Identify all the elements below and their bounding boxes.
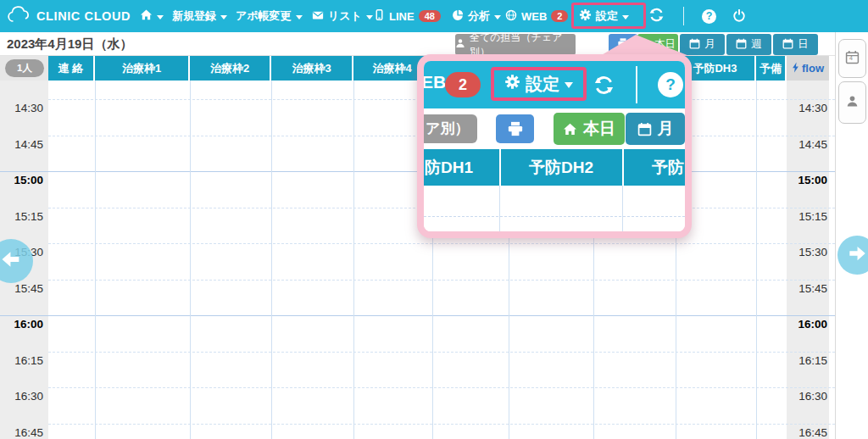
time-label: 14:30 — [0, 101, 43, 116]
pie-chart-icon — [452, 9, 464, 24]
time-label: 16:30 — [0, 389, 43, 404]
help-icon: ? — [702, 9, 716, 24]
home-icon — [140, 8, 153, 24]
callout-header-dh1: 防DH1 — [425, 149, 473, 186]
nav-line-menu[interactable]: LINE 48 — [374, 0, 441, 32]
envelope-icon — [312, 9, 324, 24]
brand-name: CLINIC CLOUD — [36, 9, 131, 23]
refresh-icon — [649, 8, 664, 25]
column-header-contact: 連 絡 — [48, 56, 95, 81]
chevron-down-icon — [565, 82, 573, 88]
nav-web-label: WEB — [521, 10, 547, 23]
callout-grid-strip — [424, 186, 685, 231]
toolbar-row: 2023年4月19日（水） 全ての担当（チェア別） 本日 月 週 日 — [0, 32, 868, 56]
refresh-icon — [594, 75, 614, 98]
time-label: 14:45 — [0, 137, 43, 153]
nav-register-menu[interactable]: 新規登録 — [172, 0, 227, 32]
nav-line-label: LINE — [389, 10, 415, 23]
chevron-down-icon — [157, 15, 164, 19]
cloud-logo-icon — [7, 6, 32, 26]
help-icon: ? — [658, 72, 683, 97]
callout-today-label: 本日 — [583, 118, 615, 140]
person-icon — [846, 95, 859, 111]
chevron-down-icon — [622, 15, 629, 19]
person-icon — [455, 38, 465, 51]
flow-label: flow — [802, 62, 824, 75]
grid-line — [0, 315, 835, 316]
time-label: 15:15 — [0, 209, 43, 225]
grid-line — [48, 387, 835, 388]
logout-button[interactable] — [732, 0, 746, 32]
week-label: 週 — [751, 37, 762, 52]
time-label: 15:30 — [788, 245, 827, 260]
gear-icon — [579, 8, 592, 24]
week-view-button[interactable]: 週 — [726, 34, 771, 55]
callout-staff-partial: ア別） — [424, 114, 477, 143]
refresh-button[interactable] — [649, 0, 664, 32]
nav-list-menu[interactable]: リスト — [312, 0, 373, 32]
time-label: 15:15 — [788, 209, 827, 225]
globe-icon — [505, 9, 517, 24]
day-view-button[interactable]: 日 — [773, 34, 818, 55]
lightning-bolt-icon — [792, 62, 799, 75]
arrow-left-icon — [0, 247, 23, 275]
time-label: 16:00 — [0, 317, 43, 332]
chevron-down-icon — [494, 15, 501, 19]
time-label: 16:15 — [788, 353, 827, 369]
patient-panel-tab[interactable] — [838, 81, 866, 124]
callout-header-dh3: 予防 — [623, 149, 684, 186]
time-label: 16:15 — [0, 353, 43, 369]
nav-analysis-label: 分析 — [468, 8, 490, 24]
current-date-label: 2023年4月19日（水） — [7, 32, 132, 56]
nav-web-menu[interactable]: WEB 2 — [505, 0, 568, 32]
staff-filter-button[interactable]: 全ての担当（チェア別） — [455, 34, 576, 55]
help-button[interactable]: ? — [702, 0, 716, 32]
time-label: 15:45 — [788, 281, 827, 297]
grid-line — [756, 81, 757, 439]
callout-nav-strip: EB 2 設定 ? — [424, 61, 685, 108]
top-nav-bar: CLINIC CLOUD 新規登録 アポ帳変更 リスト LINE 48 分析 — [0, 0, 868, 32]
web-count-badge: 2 — [551, 10, 568, 22]
callout-web-partial: EB — [424, 72, 446, 92]
line-count-badge: 48 — [419, 10, 441, 22]
nav-home-menu[interactable] — [140, 0, 164, 32]
grid-line — [424, 216, 685, 217]
time-label: 16:45 — [0, 425, 43, 439]
time-label: 14:30 — [788, 101, 827, 116]
nav-list-label: リスト — [328, 8, 362, 24]
grid-line — [190, 81, 191, 439]
time-label: 16:00 — [788, 317, 827, 332]
nav-divider — [636, 66, 637, 103]
chevron-down-icon — [220, 15, 227, 19]
calendar-icon — [782, 38, 793, 52]
header-gutter: 1人 — [0, 56, 48, 81]
nav-settings-label: 設定 — [596, 8, 618, 24]
callout-settings-highlight: 設定 — [491, 67, 587, 101]
gear-icon — [504, 74, 520, 94]
nav-apobook-menu[interactable]: アポ帳変更 — [236, 0, 303, 32]
time-label: 15:00 — [0, 173, 43, 188]
callout-settings-label: 設定 — [526, 73, 559, 96]
callout-arrow — [593, 35, 692, 56]
brand-logo[interactable]: CLINIC CLOUD — [7, 0, 131, 32]
chevron-down-icon — [366, 15, 373, 19]
flow-tab[interactable]: flow — [787, 56, 829, 81]
nav-apobook-label: アポ帳変更 — [236, 8, 292, 24]
grid-line — [48, 280, 835, 281]
day-label: 日 — [798, 37, 809, 52]
calendar-panel-tab[interactable]: 4 — [838, 39, 866, 78]
nav-settings-menu[interactable]: 設定 — [579, 0, 629, 32]
callout-header-dh2: 予防DH2 — [500, 149, 622, 186]
grid-line — [95, 81, 96, 439]
grid-line — [622, 186, 623, 231]
time-label: 16:45 — [788, 425, 827, 439]
settings-magnifier-callout: EB 2 設定 ? ア別） 本日 月 — [417, 54, 692, 238]
callout-today-button: 本日 — [554, 113, 625, 145]
calendar-icon — [736, 38, 747, 52]
time-label: 15:00 — [788, 173, 827, 188]
callout-toolbar-strip: ア別） 本日 月 — [424, 108, 685, 149]
calendar-date-icon: 4 — [845, 50, 860, 68]
nav-register-label: 新規登録 — [172, 8, 216, 24]
nav-analysis-menu[interactable]: 分析 — [452, 0, 501, 32]
grid-line — [48, 424, 835, 425]
